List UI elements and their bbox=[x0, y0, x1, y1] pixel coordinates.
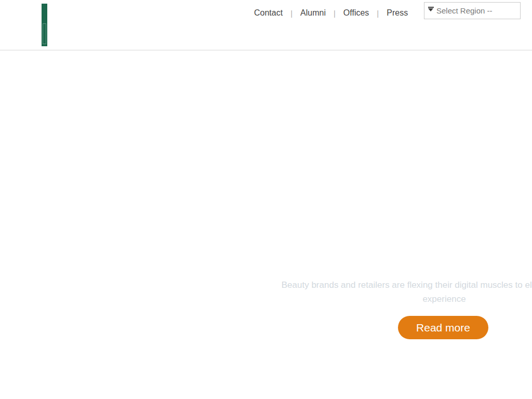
hero-title-line-1: The Beauty Customer Lifecycle bbox=[307, 222, 532, 247]
nav-separator: | bbox=[377, 9, 379, 18]
region-select[interactable]: Select Region -- bbox=[424, 2, 521, 19]
read-more-button[interactable]: Read more bbox=[398, 316, 488, 339]
dropdown-triangle-icon bbox=[428, 7, 434, 12]
nav-link-press[interactable]: Press bbox=[387, 8, 408, 18]
top-nav: Contact | Alumni | Offices | Press bbox=[254, 0, 408, 26]
hero-title-line-2: Gets a High-Tech Makeover bbox=[322, 247, 532, 272]
hero-section: BEAUTY & PERSONAL CARE The Beauty Custom… bbox=[0, 50, 532, 399]
hero-subtitle-line-2: experience bbox=[422, 292, 466, 306]
nav-separator: | bbox=[334, 9, 336, 18]
logo-inner-outline bbox=[43, 23, 46, 44]
site-header: Contact | Alumni | Offices | Press Selec… bbox=[0, 0, 532, 50]
hero-subtitle-line-1: Beauty brands and retailers are flexing … bbox=[282, 278, 532, 292]
nav-separator: | bbox=[290, 9, 292, 18]
hero-category: BEAUTY & PERSONAL CARE bbox=[380, 207, 508, 218]
nav-link-alumni[interactable]: Alumni bbox=[300, 8, 326, 18]
nav-link-contact[interactable]: Contact bbox=[254, 8, 283, 18]
region-select-value: Select Region -- bbox=[436, 6, 493, 15]
logo[interactable] bbox=[42, 4, 47, 46]
nav-link-offices[interactable]: Offices bbox=[343, 8, 369, 18]
